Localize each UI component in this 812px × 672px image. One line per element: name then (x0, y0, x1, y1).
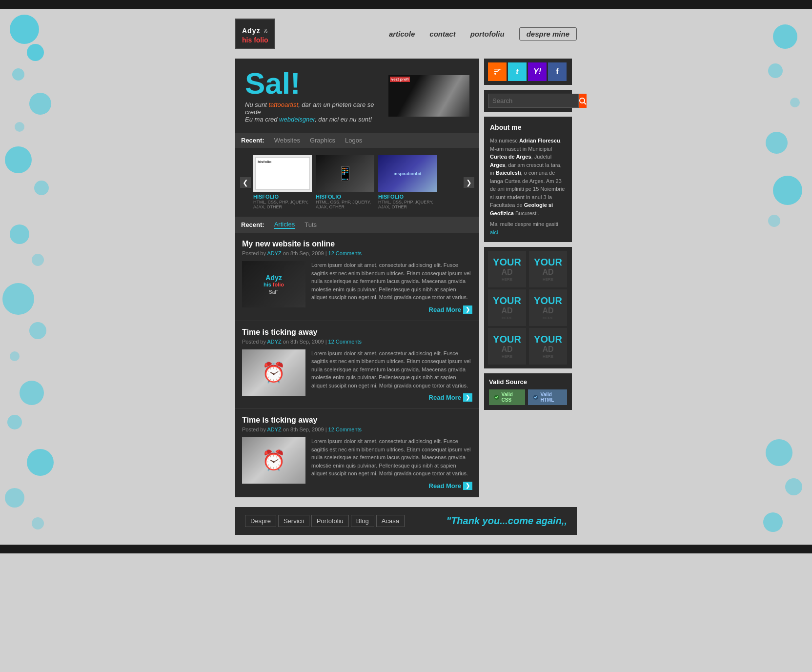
search-input[interactable] (488, 94, 579, 108)
slider-thumb-2: 📱 (316, 155, 374, 192)
search-box (484, 90, 572, 112)
article-thumb-3: ⏰ (242, 437, 305, 484)
recent-bar: Recent: Websites Graphics Logos (235, 133, 479, 148)
about-link[interactable]: aici (490, 229, 498, 235)
logo[interactable]: Adyz & his folio (235, 19, 275, 49)
read-more-btn-3[interactable]: Read More (429, 482, 472, 490)
nav-despre-mine[interactable]: despre mine (519, 27, 577, 41)
article-title-2: Time is ticking away (242, 328, 472, 337)
tab-articles[interactable]: Articles (274, 221, 295, 229)
slider-items: hisfolio HISFOLIO HTML, CSS, PHP, JQUERY… (253, 155, 461, 209)
social-rss[interactable] (488, 62, 507, 81)
footer-nav-blog[interactable]: Blog (351, 515, 374, 527)
nav-contact[interactable]: contact (429, 30, 455, 38)
slider-item[interactable]: hisfolio HISFOLIO HTML, CSS, PHP, JQUERY… (253, 155, 312, 209)
social-twitter[interactable]: t (508, 62, 527, 81)
article-body-3: ⏰ Lorem ipsum dolor sit amet, consectetu… (242, 437, 472, 490)
article-meta-1: Posted by ADYZ on 8th Sep, 2009 | 12 Com… (242, 250, 472, 256)
article-post-1: My new website is online Posted by ADYZ … (235, 233, 479, 321)
ad-item-5[interactable]: YOUR AD HERE (488, 328, 526, 365)
slider-item[interactable]: 📱 HISFOLIO HTML, CSS, PHP, JQUERY, AJAX,… (316, 155, 374, 209)
right-col: t Y! f About me Ma numesc Adrian Floresc… (484, 59, 572, 497)
hero-image: vezt profi (388, 75, 469, 117)
article-title-3: Time is ticking away (242, 416, 472, 425)
slider-item-title-1: HISFOLIO (253, 194, 312, 200)
slider-item-title-2: HISFOLIO (316, 194, 374, 200)
bottom-bar (0, 545, 812, 553)
footer-nav: Despre Servicii Portofoliu Blog Acasa (245, 515, 405, 527)
slider-thumb-3: inspirationbit (378, 155, 437, 192)
slider-item[interactable]: inspirationbit HISFOLIO HTML, CSS, PHP, … (378, 155, 437, 209)
about-link-text: Mai multe despre mine gasiti aici (490, 220, 566, 236)
valid-source: Valid Source Valid CSS Valid HTML (484, 373, 572, 410)
valid-badges: Valid CSS Valid HTML (489, 389, 567, 405)
logo-name: Adyz & (242, 23, 268, 36)
slider-item-title-3: HISFOLIO (378, 194, 437, 200)
nav-articole[interactable]: articole (389, 30, 415, 38)
main-area: Sal! Nu sunt tattooartist, dar am un pri… (235, 59, 577, 497)
hero-img-label: vezt profi (390, 77, 410, 82)
slider-item-tags-1: HTML, CSS, PHP, JQUERY, AJAX, OTHER (253, 200, 312, 209)
article-thumb-2: ⏰ (242, 349, 305, 396)
header: Adyz & his folio articole contact portof… (235, 9, 577, 59)
slider-next[interactable]: ❯ (464, 177, 474, 188)
ad-item-2[interactable]: YOUR AD HERE (529, 251, 567, 287)
article-text-1: Lorem ipsum dolor sit amet, consectetur … (311, 261, 472, 302)
ad-item-3[interactable]: YOUR AD HERE (488, 289, 526, 326)
article-post-3: Time is ticking away Posted by ADYZ on 8… (235, 409, 479, 497)
hero-greeting: Sal! (245, 68, 388, 99)
valid-source-title: Valid Source (489, 378, 567, 386)
footer-nav-servicii[interactable]: Servicii (278, 515, 309, 527)
articles-bar: Recent: Articles Tuts (235, 217, 479, 233)
article-thumb-1: Adyz his folio Sal" (242, 261, 305, 307)
hero-text: Nu sunt tattooartist, dar am un prieten … (245, 101, 388, 123)
social-icons: t Y! f (484, 59, 572, 85)
article-post-2: Time is ticking away Posted by ADYZ on 8… (235, 321, 479, 409)
slider-item-tags-2: HTML, CSS, PHP, JQUERY, AJAX, OTHER (316, 200, 374, 209)
article-text-2: Lorem ipsum dolor sit amet, consectetur … (311, 349, 472, 390)
tab-websites[interactable]: Websites (274, 137, 300, 144)
main-nav: articole contact portofoliu despre mine (389, 27, 577, 41)
about-box: About me Ma numesc Adrian Florescu. M-am… (484, 117, 572, 242)
top-bar (0, 0, 812, 9)
article-text-3: Lorem ipsum dolor sit amet, consectetur … (311, 437, 472, 478)
article-title-1: My new website is online (242, 240, 472, 248)
social-facebook[interactable]: f (548, 62, 567, 81)
ad-item-6[interactable]: YOUR AD HERE (529, 328, 567, 365)
slider-thumb-1: hisfolio (253, 155, 312, 192)
article-meta-2: Posted by ADYZ on 8th Sep, 2009 | 12 Com… (242, 339, 472, 345)
ad-item-4[interactable]: YOUR AD HERE (529, 289, 567, 326)
slider-prev[interactable]: ❮ (240, 177, 251, 188)
slider-item-tags-3: HTML, CSS, PHP, JQUERY, AJAX, OTHER (378, 200, 437, 209)
ad-grid: YOUR AD HERE YOUR AD HERE YOUR AD HERE (484, 247, 572, 368)
valid-html-badge[interactable]: Valid HTML (528, 389, 567, 405)
hero-banner: Sal! Nu sunt tattooartist, dar am un pri… (235, 59, 479, 133)
svg-point-0 (494, 73, 496, 75)
left-col: Sal! Nu sunt tattooartist, dar am un pri… (235, 59, 479, 497)
read-more-btn-1[interactable]: Read More (429, 305, 472, 314)
read-more-row-3: Read More (311, 482, 472, 490)
search-button[interactable] (579, 94, 587, 108)
nav-portofoliu[interactable]: portofoliu (470, 30, 505, 38)
read-more-row-2: Read More (311, 393, 472, 402)
tab-tuts[interactable]: Tuts (304, 221, 317, 228)
recent-label: Recent: (241, 137, 264, 144)
articles-section-label: Recent: (241, 221, 264, 228)
svg-line-2 (584, 102, 586, 104)
tab-graphics[interactable]: Graphics (310, 137, 335, 144)
about-text: Ma numesc Adrian Florescu. M-am nascut i… (490, 137, 566, 217)
article-body-1: Adyz his folio Sal" Lorem ipsum dolor si… (242, 261, 472, 314)
valid-css-badge[interactable]: Valid CSS (489, 389, 525, 405)
footer-nav-despre[interactable]: Despre (245, 515, 276, 527)
svg-point-1 (580, 98, 585, 103)
social-yahoo[interactable]: Y! (528, 62, 547, 81)
ad-item-1[interactable]: YOUR AD HERE (488, 251, 526, 287)
read-more-row-1: Read More (311, 305, 472, 314)
tab-logos[interactable]: Logos (345, 137, 362, 144)
read-more-btn-2[interactable]: Read More (429, 393, 472, 402)
article-meta-3: Posted by ADYZ on 8th Sep, 2009 | 12 Com… (242, 427, 472, 432)
footer-nav-acasa[interactable]: Acasa (376, 515, 405, 527)
logo-sub: his folio (242, 36, 268, 44)
footer-nav-portofoliu[interactable]: Portofoliu (311, 515, 349, 527)
portfolio-slider: ❮ hisfolio HISFOLIO HTML, CSS, PHP, JQUE… (235, 148, 479, 217)
